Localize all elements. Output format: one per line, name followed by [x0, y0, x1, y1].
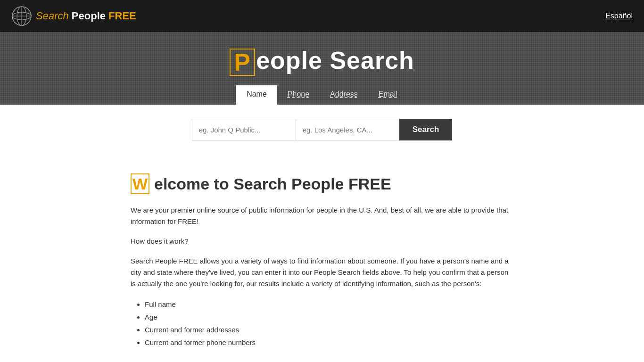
list-item: Age [145, 311, 513, 323]
search-tabs: Name Phone Address Email [9, 85, 635, 105]
search-area: Search [0, 105, 644, 155]
globe-icon [11, 6, 32, 26]
name-input[interactable] [192, 119, 296, 140]
welcome-heading: Welcome to Search People FREE [131, 173, 513, 194]
list-item: Current and former phone numbers [145, 336, 513, 349]
main-content: Welcome to Search People FREE We are you… [119, 173, 525, 349]
features-list: Full name Age Current and former address… [145, 298, 513, 349]
hero-section: People Search Name Phone Address Email [0, 32, 644, 105]
intro-paragraph: We are your premier online source of pub… [131, 205, 513, 227]
welcome-drop-cap: W [131, 173, 149, 194]
search-button[interactable]: Search [399, 119, 453, 140]
location-input[interactable] [296, 119, 399, 140]
hero-title: People Search [9, 46, 635, 76]
header: Search People FREE Español [0, 0, 644, 32]
title-rest: eople Search [256, 47, 414, 74]
tab-name[interactable]: Name [236, 85, 277, 105]
list-item: Full name [145, 298, 513, 311]
tab-email[interactable]: Email [368, 85, 408, 105]
tab-phone[interactable]: Phone [277, 85, 320, 105]
tab-address[interactable]: Address [320, 85, 368, 105]
welcome-rest: elcome to Search People FREE [154, 175, 391, 193]
how-does-it-work-label: How does it work? [131, 236, 513, 247]
espanol-link[interactable]: Español [605, 12, 633, 20]
logo[interactable]: Search People FREE [11, 6, 136, 26]
title-drop-cap: P [230, 49, 255, 76]
description-paragraph: Search People FREE allows you a variety … [131, 255, 513, 289]
logo-text: Search People FREE [36, 10, 136, 22]
list-item: Current and former addresses [145, 323, 513, 336]
